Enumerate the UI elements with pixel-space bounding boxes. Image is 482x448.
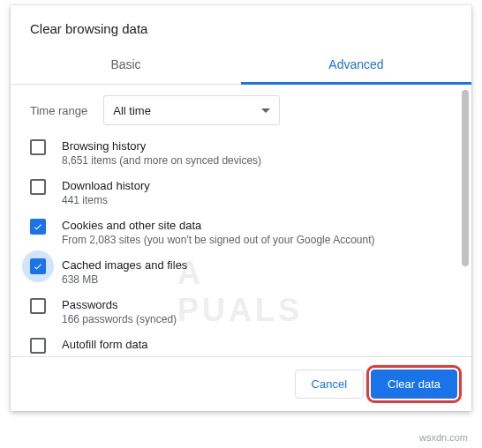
option-subtitle: From 2,083 sites (you won't be signed ou… (62, 234, 375, 246)
option-row: Passwords166 passwords (synced) (30, 298, 454, 325)
check-icon (33, 221, 43, 232)
option-subtitle: 8,651 items (and more on synced devices) (62, 154, 261, 167)
option-row: Download history441 items (30, 179, 454, 206)
option-row: Cached images and files638 MB (30, 258, 454, 286)
option-title: Cached images and files (62, 258, 187, 272)
dialog-title: Clear browsing data (11, 5, 471, 47)
time-range-label: Time range (30, 104, 87, 117)
time-range-value: All time (113, 104, 151, 117)
checkbox[interactable] (30, 139, 46, 155)
option-subtitle: 638 MB (62, 273, 187, 286)
option-row: Autofill form data (30, 338, 454, 354)
chevron-down-icon (261, 108, 270, 113)
option-title: Browsing history (62, 139, 261, 153)
option-row: Browsing history8,651 items (and more on… (30, 139, 454, 167)
clear-browsing-data-dialog: Clear browsing data Basic Advanced Time … (11, 5, 471, 411)
scroll-area: Time range All time Browsing history8,65… (11, 85, 471, 356)
tabbar: Basic Advanced (11, 47, 471, 85)
option-title: Passwords (62, 298, 177, 311)
tab-basic[interactable]: Basic (11, 47, 241, 84)
option-subtitle: 441 items (62, 194, 150, 206)
option-title: Cookies and other site data (62, 219, 375, 232)
options-list: Browsing history8,651 items (and more on… (30, 139, 454, 354)
checkbox[interactable] (30, 179, 46, 195)
checkbox[interactable] (30, 338, 46, 354)
checkbox[interactable] (30, 258, 46, 274)
time-range-select[interactable]: All time (103, 95, 280, 125)
dialog-footer: Cancel Clear data (11, 356, 471, 411)
option-row: Cookies and other site dataFrom 2,083 si… (30, 219, 454, 246)
tab-advanced[interactable]: Advanced (241, 47, 471, 84)
time-range-row: Time range All time (30, 95, 454, 125)
cancel-button[interactable]: Cancel (295, 370, 364, 399)
option-title: Download history (62, 179, 150, 192)
checkbox[interactable] (30, 298, 46, 314)
option-title: Autofill form data (62, 338, 148, 351)
watermark-site: wsxdn.com (419, 432, 468, 443)
checkbox[interactable] (30, 219, 46, 235)
check-icon (33, 261, 43, 272)
option-subtitle: 166 passwords (synced) (62, 313, 177, 325)
scrollbar[interactable] (462, 90, 469, 266)
clear-data-button[interactable]: Clear data (371, 370, 457, 399)
